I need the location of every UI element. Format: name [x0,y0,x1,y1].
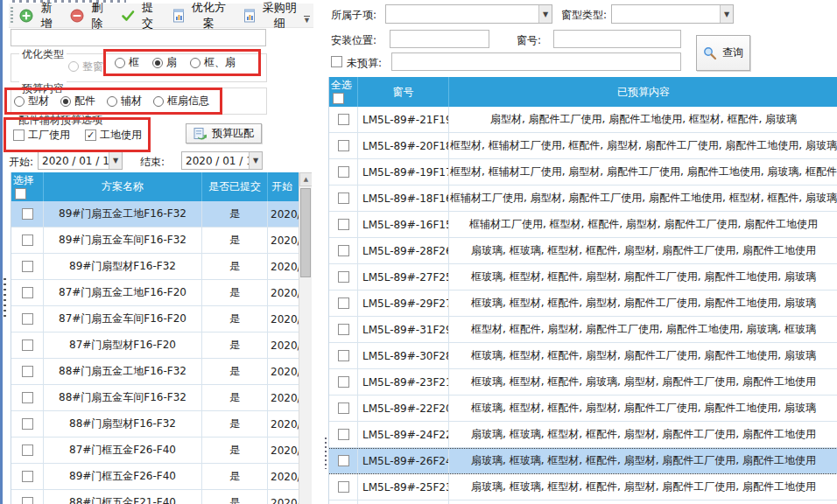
sub-item-select[interactable]: ▼ [385,4,552,24]
radio-option[interactable]: 辅材 [107,94,142,108]
row-checkbox[interactable] [22,287,33,298]
budget-row[interactable]: LM5L-89#-16F15框辅材工厂使用, 框型材, 框配件, 扇型材, 扇配… [329,212,837,238]
row-checkbox[interactable] [338,271,349,283]
no-budget-input[interactable] [391,52,681,71]
radio-label: 框 [129,55,139,70]
radio-option[interactable]: 配件 [60,94,95,108]
no-budget-checkbox[interactable] [331,56,342,67]
chevron-down-icon[interactable]: ▼ [109,152,122,169]
start-date-cell: 2020/0 [268,254,299,280]
row-checkbox[interactable] [338,402,349,414]
toolbar-button[interactable]: 提交 [118,0,160,33]
install-pos-input[interactable] [390,30,489,48]
row-checkbox[interactable] [22,471,33,482]
start-date-cell: 2020/0 [268,411,299,438]
radio-option[interactable]: 框 [115,55,139,70]
plan-filter-input[interactable] [11,29,266,46]
date-start-picker[interactable]: 2020 / 01 / 1 ▼ [38,151,123,170]
plan-row[interactable]: 89#门扇型材F16-F32是2020/0 [11,254,299,280]
row-checkbox[interactable] [338,192,349,204]
row-checkbox[interactable] [22,340,33,351]
budget-row[interactable]: LM5L-89#-29F27框玻璃, 框型材, 框配件, 扇型材, 扇配件工厂使… [329,290,837,317]
row-checkbox[interactable] [22,497,33,504]
toolbar-button[interactable]: 优化方案 [169,0,232,33]
plan-row[interactable]: 88#门扇型材F16-F32是2020/0 [11,411,299,438]
radio-icon [68,61,79,72]
submitted-cell: 是 [202,438,268,464]
row-checkbox[interactable] [338,114,349,125]
plan-row[interactable]: 87#门框五金F26-F40是2020/0 [11,438,299,464]
select-all-checkbox[interactable] [333,93,344,104]
select-all-checkbox[interactable] [15,188,26,200]
window-type-select[interactable]: ▼ [611,4,734,24]
budget-row[interactable]: LM5L-89#-20F18框型材, 框辅材工厂使用, 框配件, 扇型材, 扇配… [329,133,837,159]
row-checkbox[interactable] [338,324,349,335]
radio-option[interactable]: 框扇信息 [153,94,209,108]
plan-row[interactable]: 89#门扇五金工地F16-F32是2020/0 [11,201,299,228]
row-checkbox[interactable] [22,261,33,272]
budget-row[interactable]: LM5L-89#-30F28框玻璃, 框型材, 框配件, 扇型材, 扇配件工厂使… [329,343,837,369]
budget-row[interactable]: LM5L-89#-23F21框玻璃, 框型材, 框配件, 扇玻璃, 扇型材, 扇… [329,369,837,396]
left-splitter[interactable] [0,0,8,504]
radio-option[interactable]: 型材 [14,94,49,108]
budget-row[interactable]: LM5L-89#-27F25框玻璃, 框型材, 框配件, 扇型材, 扇配件工厂使… [329,264,837,290]
budget-row[interactable]: LM5L-89#-28F26扇玻璃, 框玻璃, 框型材, 框配件, 扇型材, 扇… [329,238,837,264]
plan-row[interactable]: 89#门框五金F26-F40是2020/0 [11,464,299,490]
plan-row[interactable]: 88#门框五金F21-F40是2020/0 [11,490,299,504]
row-checkbox[interactable] [22,444,33,456]
plan-row[interactable]: 88#门扇五金工地F16-F32是2020/0 [11,359,299,385]
checkbox-option[interactable]: ✓工地使用 [85,128,142,143]
row-checkbox[interactable] [338,219,349,230]
toolbar-grip-icon [11,7,13,24]
plan-name-cell: 89#门扇五金车间F16-F32 [44,228,202,254]
budget-row[interactable]: LM5L-89#-24F22扇玻璃, 框玻璃, 框型材, 框配件, 扇型材, 扇… [329,422,837,448]
budget-row[interactable]: LM5L-89#-18F16框辅材工厂使用, 扇型材, 扇配件工厂使用, 扇配件… [329,186,837,212]
budget-row[interactable]: LM5L-89#-31F29框型材, 框配件, 扇型材, 扇配件工厂使用, 扇配… [329,317,837,343]
radio-icon [60,96,71,107]
chevron-down-icon[interactable]: ▼ [249,152,262,169]
row-checkbox[interactable] [22,418,33,430]
chevron-down-icon[interactable]: ▼ [720,5,733,23]
toolbar-button[interactable]: 删除 [67,0,109,33]
row-checkbox[interactable] [22,366,33,377]
row-select-cell [11,332,44,359]
row-checkbox[interactable] [338,455,349,466]
plan-table-scrollbar[interactable]: ▲ [299,172,312,504]
toolbar-overflow-button[interactable]: ▼ [301,11,313,25]
radio-option[interactable]: 框、扇 [190,55,236,70]
row-checkbox[interactable] [338,429,349,440]
scroll-up-icon[interactable]: ▲ [299,172,312,186]
row-checkbox[interactable] [338,166,349,178]
row-checkbox[interactable] [338,245,349,256]
row-checkbox[interactable] [338,481,349,493]
radio-option[interactable]: 扇 [152,55,177,70]
plan-row[interactable]: 87#门扇五金车间F16-F20是2020/0 [11,306,299,332]
budget-row[interactable]: LM5L-89#-19F17框型材, 框辅材工厂使用, 扇型材, 扇配件工厂使用… [329,159,837,186]
budget-row[interactable]: LM5L-89#-25F23扇玻璃, 框玻璃, 框型材, 框配件, 扇型材, 扇… [329,474,837,500]
row-checkbox[interactable] [22,208,33,220]
row-checkbox[interactable] [338,350,349,361]
radio-label: 辅材 [121,94,142,108]
budget-match-button[interactable]: 预算匹配 [186,123,262,144]
query-button[interactable]: 查询 [696,35,750,71]
window-no-input[interactable] [553,30,681,48]
row-checkbox[interactable] [338,376,349,388]
scrollbar-thumb[interactable] [300,188,311,277]
plan-row[interactable]: 87#门扇五金工地F16-F20是2020/0 [11,280,299,306]
radio-option[interactable]: 整窗 [68,60,103,74]
row-checkbox[interactable] [22,234,33,246]
row-checkbox[interactable] [338,298,349,309]
row-checkbox[interactable] [22,313,33,325]
plan-row[interactable]: 88#门扇五金车间F16-F32是2020/0 [11,385,299,411]
row-checkbox[interactable] [338,140,349,151]
budget-row[interactable]: LM5L-89#-26F24扇玻璃, 框玻璃, 框型材, 框配件, 扇型材, 扇… [329,448,837,474]
checkbox-option[interactable]: 工厂使用 [13,128,70,143]
row-checkbox[interactable] [22,392,33,403]
toolbar-button[interactable]: 新增 [17,0,59,33]
budget-row[interactable]: LM5L-89#-22F20框玻璃, 框型材, 框配件, 扇型材, 扇配件工厂使… [329,396,837,422]
plan-row[interactable]: 87#门扇型材F16-F20是2020/0 [11,332,299,359]
date-end-picker[interactable]: 2020 / 01 / 13 ▼ [181,151,263,170]
chevron-down-icon[interactable]: ▼ [538,5,552,23]
budget-row[interactable]: LM5L-89#-21F19扇型材, 扇配件工厂使用, 扇配件工地使用, 框型材… [329,107,837,133]
plan-row[interactable]: 89#门扇五金车间F16-F32是2020/0 [11,228,299,254]
